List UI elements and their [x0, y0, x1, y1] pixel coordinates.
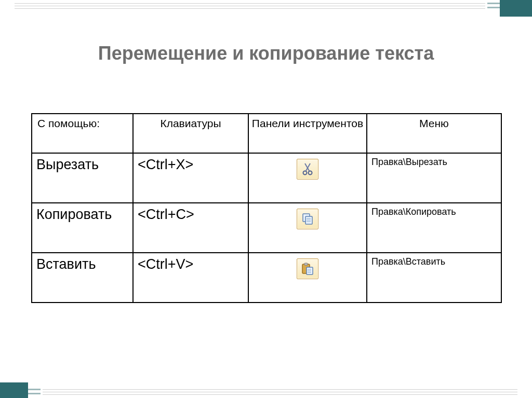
cut-button[interactable]	[297, 159, 318, 180]
header-menu: Меню	[367, 114, 501, 153]
keyboard-shortcut: <Ctrl+V>	[133, 253, 248, 303]
table-header-row: С помощью: Клавиатуры Панели инструменто…	[32, 114, 501, 153]
header-keyboard: Клавиатуры	[133, 114, 248, 153]
svg-point-2	[303, 171, 307, 175]
slide-top-decoration	[0, 0, 532, 15]
keyboard-shortcut: <Ctrl+X>	[133, 153, 248, 203]
menu-path: Правка\Копировать	[367, 203, 501, 253]
svg-rect-10	[304, 263, 308, 265]
shortcuts-table: С помощью: Клавиатуры Панели инструменто…	[31, 113, 502, 303]
menu-path: Правка\Вставить	[367, 253, 501, 303]
svg-point-3	[309, 171, 312, 175]
table-row: Вставить <Ctrl+V>	[32, 253, 501, 303]
menu-path: Правка\Вырезать	[367, 153, 501, 203]
operation-label: Копировать	[32, 203, 133, 253]
operation-label: Вставить	[32, 253, 133, 303]
table-row: Вырезать <Ctrl+X> Правка\Вырезать	[32, 153, 501, 203]
toolbar-icon-cell	[248, 203, 367, 253]
toolbar-icon-cell	[248, 253, 367, 303]
header-with: С помощью:	[32, 114, 133, 153]
slide-bottom-decoration	[0, 383, 532, 398]
toolbar-icon-cell	[248, 153, 367, 203]
keyboard-shortcut: <Ctrl+C>	[133, 203, 248, 253]
operation-label: Вырезать	[32, 153, 133, 203]
header-toolbar: Панели инструментов	[248, 114, 367, 153]
slide-title: Перемещение и копирование текста	[0, 43, 532, 64]
copy-button[interactable]	[297, 209, 318, 229]
paste-button[interactable]	[297, 258, 318, 279]
table-row: Копировать <Ctrl+C> Правка\Копиро	[32, 203, 501, 253]
